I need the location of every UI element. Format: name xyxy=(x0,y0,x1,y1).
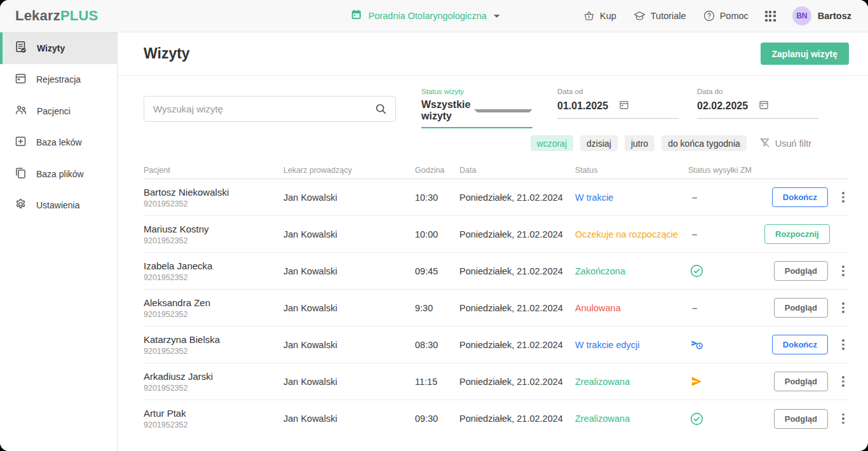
schedule-visit-button[interactable]: Zaplanuj wizytę xyxy=(761,43,849,65)
calendar-icon xyxy=(14,72,27,87)
col-pacjent: Pacjent xyxy=(144,166,283,175)
school-icon xyxy=(633,10,646,23)
col-data: Data xyxy=(459,166,575,175)
kebab-menu-icon[interactable] xyxy=(838,374,848,389)
search-input[interactable] xyxy=(144,104,374,114)
visits-icon xyxy=(14,40,28,56)
patient-name: Arkadiusz Jarski xyxy=(144,371,283,382)
visit-status: Zakończona xyxy=(575,266,688,276)
patient-id: 9201952352 xyxy=(144,310,283,319)
row-action-button[interactable]: Podgląd xyxy=(774,409,828,429)
help-label: Pomoc xyxy=(720,11,749,21)
date-to-field[interactable]: Data do 02.02.2025 xyxy=(697,88,818,119)
apps-grid-icon[interactable] xyxy=(765,11,776,22)
row-actions: Dokończ xyxy=(764,187,848,207)
buy-link[interactable]: Kup xyxy=(583,10,616,22)
date-to-value: 02.02.2025 xyxy=(697,100,758,112)
chip-do-konca-tygodnia[interactable]: do końca tygodnia xyxy=(661,135,747,151)
sidebar-item-ustawienia[interactable]: Ustawienia xyxy=(0,190,117,222)
visit-time: 11:15 xyxy=(415,377,459,387)
sidebar-item-label: Pacjenci xyxy=(37,106,71,116)
app-window: LekarzPLUS Poradnia Otolaryngologiczna K… xyxy=(0,0,868,451)
calendar-icon[interactable] xyxy=(758,99,819,113)
chip-jutro[interactable]: jutro xyxy=(625,135,654,151)
date-to-label: Data do xyxy=(697,88,818,95)
sidebar-item-wizyty[interactable]: Wizyty xyxy=(0,32,117,64)
clear-filter-button[interactable]: Usuń filtr xyxy=(759,137,811,151)
sidebar-item-label: Baza plików xyxy=(36,169,84,179)
patient-id: 9201952352 xyxy=(144,384,283,393)
filters-section: Status wizyty Wszystkie wizyty Data od 0… xyxy=(118,76,868,161)
patient-cell: Arkadiusz Jarski 9201952352 xyxy=(144,371,283,393)
clinic-selector[interactable]: Poradnia Otolaryngologiczna xyxy=(350,8,500,24)
basket-icon xyxy=(583,10,595,22)
doctor-name: Jan Kowalski xyxy=(283,192,415,203)
col-lekarz: Lekarz prowadzący xyxy=(283,166,415,175)
kebab-menu-icon[interactable] xyxy=(838,300,848,316)
calendar-icon[interactable] xyxy=(618,99,679,113)
table-row: Aleksandra Zen 9201952352 Jan Kowalski 9… xyxy=(144,290,848,326)
chip-dzisiaj[interactable]: dzisiaj xyxy=(580,135,618,151)
row-action-button[interactable]: Podgląd xyxy=(774,261,828,281)
visit-date: Poniedziałek, 21.02.2024 xyxy=(459,229,575,239)
row-action-button[interactable]: Podgląd xyxy=(774,372,828,391)
chip-wczoraj[interactable]: wczoraj xyxy=(531,135,573,151)
visit-date: Poniedziałek, 21.02.2024 xyxy=(459,266,575,276)
row-action-button[interactable]: Dokończ xyxy=(772,335,828,354)
table-header: Pacjent Lekarz prowadzący Godzina Data S… xyxy=(144,161,848,179)
visit-date: Poniedziałek, 21.02.2024 xyxy=(459,414,575,424)
doctor-name: Jan Kowalski xyxy=(283,340,415,350)
row-actions: Podgląd xyxy=(764,409,848,429)
date-from-field[interactable]: Data od 01.01.2025 xyxy=(557,88,679,119)
files-icon xyxy=(14,166,27,182)
zm-status-cell xyxy=(688,264,764,278)
sidebar-item-pacjenci[interactable]: Pacjenci xyxy=(0,95,117,127)
zm-status-cell: – xyxy=(688,192,764,203)
kebab-menu-icon[interactable] xyxy=(838,337,848,353)
visit-time: 08:30 xyxy=(415,340,459,350)
kebab-menu-icon[interactable] xyxy=(838,411,848,426)
row-action-button[interactable]: Podgląd xyxy=(774,298,828,318)
visit-time: 09:30 xyxy=(415,414,459,424)
clinic-name: Poradnia Otolaryngologiczna xyxy=(369,11,487,21)
topbar-actions: Kup Tutoriale Pomoc BN Bartosz xyxy=(583,6,851,25)
table-row: Katarzyna Bielska 9201952352 Jan Kowalsk… xyxy=(144,326,848,363)
main-content: Wizyty Zaplanuj wizytę Status wizyty Wsz… xyxy=(118,32,868,451)
gear-icon xyxy=(14,198,27,213)
sidebar-item-baza-plikow[interactable]: Baza plików xyxy=(0,158,117,190)
patient-cell: Artur Ptak 9201952352 xyxy=(144,408,283,429)
row-action-button[interactable]: Rozpocznij xyxy=(764,224,830,244)
table-row: Mariusz Kostny 9201952352 Jan Kowalski 1… xyxy=(144,216,848,253)
sidebar-item-label: Baza leków xyxy=(36,137,82,147)
row-actions: Dokończ xyxy=(764,335,848,354)
user-menu[interactable]: BN Bartosz xyxy=(792,6,851,25)
logo-text-plus: PLUS xyxy=(60,8,98,24)
user-name: Bartosz xyxy=(818,11,851,21)
send-icon xyxy=(689,374,704,389)
visit-date: Poniedziałek, 21.02.2024 xyxy=(459,303,575,313)
search-icon[interactable] xyxy=(374,102,388,116)
sidebar-item-rejestracja[interactable]: Rejestracja xyxy=(0,64,117,96)
help-link[interactable]: Pomoc xyxy=(703,10,749,22)
tutorials-label: Tutoriale xyxy=(651,11,686,21)
zm-status-cell: – xyxy=(688,229,764,239)
quick-date-chips: wczoraj dzisiaj jutro do końca tygodnia … xyxy=(531,135,811,151)
zm-none-dash: – xyxy=(689,192,697,203)
status-filter-value: Wszystkie wizyty xyxy=(421,99,474,122)
row-actions: Podgląd xyxy=(764,261,848,281)
sidebar-item-baza-lekow[interactable]: Baza leków xyxy=(0,127,117,159)
visit-date: Poniedziałek, 21.02.2024 xyxy=(459,192,575,203)
row-action-button[interactable]: Dokończ xyxy=(772,187,828,207)
status-filter-select[interactable]: Status wizyty Wszystkie wizyty xyxy=(421,88,532,128)
kebab-menu-icon[interactable] xyxy=(838,264,848,279)
zm-none-dash: – xyxy=(689,229,697,239)
patient-name: Bartosz Niekowalski xyxy=(144,187,283,198)
patient-cell: Aleksandra Zen 9201952352 xyxy=(144,297,283,319)
patient-name: Aleksandra Zen xyxy=(144,297,283,308)
tutorials-link[interactable]: Tutoriale xyxy=(633,10,686,23)
doctor-name: Jan Kowalski xyxy=(283,414,415,424)
patient-name: Artur Ptak xyxy=(144,408,283,419)
kebab-menu-icon[interactable] xyxy=(838,190,848,205)
row-actions: Podgląd xyxy=(764,372,848,391)
topbar: LekarzPLUS Poradnia Otolaryngologiczna K… xyxy=(0,0,868,32)
